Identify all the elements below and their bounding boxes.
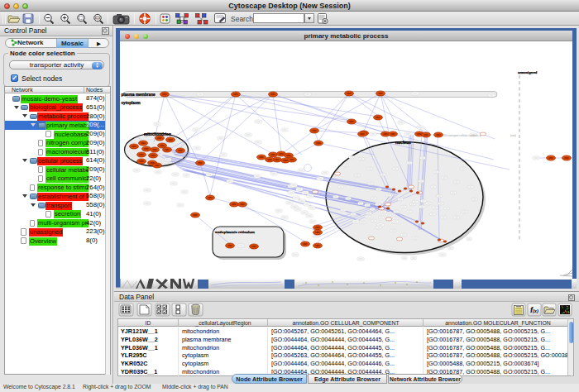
svg-text:unassigned: unassigned (518, 70, 538, 74)
svg-text:nucleus: nucleus (395, 140, 411, 145)
svg-text:1:1: 1:1 (96, 17, 99, 20)
svg-text:cytoplasm: cytoplasm (122, 101, 141, 105)
svg-text:mitochondrion: mitochondrion (144, 132, 171, 136)
svg-text:(xxx): (xxx) (510, 134, 516, 137)
svg-text:GO:transport cellular cataboli: GO:transport cellular catabolic p (443, 134, 481, 137)
svg-text:plasma membrane: plasma membrane (122, 93, 156, 97)
svg-text:endoplasmic reticulum: endoplasmic reticulum (215, 230, 255, 234)
